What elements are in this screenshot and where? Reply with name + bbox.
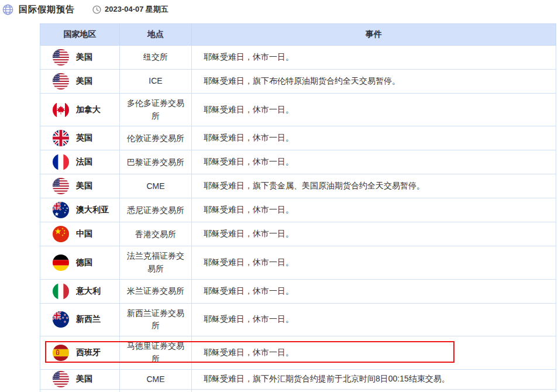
event-cell: 耶稣受难日，旗下布伦特原油期货合约全天交易暂停。 bbox=[192, 70, 556, 94]
holiday-table-wrap: 国家地区 地点 事件 美国纽交所耶稣受难日，休市一日。美国ICE耶稣受难日，旗下… bbox=[40, 23, 556, 392]
country-cell: 法国 bbox=[40, 390, 120, 392]
table-row: 意大利米兰证券交易所耶稣受难日，休市一日。 bbox=[40, 279, 556, 303]
country-cell: 美国 bbox=[40, 46, 120, 70]
country-name: 美国 bbox=[76, 52, 92, 63]
country-cell: 澳大利亚 bbox=[40, 198, 120, 222]
event-cell: 耶稣受难日，休市一日。 bbox=[192, 303, 556, 336]
date-text: 2023-04-07 星期五 bbox=[105, 4, 168, 15]
location-cell: 米兰证券交易所 bbox=[120, 279, 192, 303]
country-cell: 中国 bbox=[40, 222, 120, 246]
location-cell: 多伦多证券交易所 bbox=[120, 94, 192, 126]
table-row: 法国巴黎证券交易所耶稣受难日，休市一日。 bbox=[40, 390, 556, 392]
flag-icon-nz bbox=[53, 311, 69, 328]
event-cell: 耶稣受难日，休市一日。 bbox=[192, 390, 556, 392]
event-cell: 耶稣受难日，休市一日。 bbox=[192, 198, 556, 222]
flag-icon-it bbox=[53, 283, 69, 300]
location-cell: 悉尼证券交易所 bbox=[120, 198, 192, 222]
country-cell: 美国 bbox=[40, 174, 120, 198]
table-row: 西班牙马德里证券交易所耶稣受难日，休市一日。 bbox=[40, 336, 556, 369]
table-row: 澳大利亚悉尼证券交易所耶稣受难日，休市一日。 bbox=[40, 198, 556, 222]
country-cell: 新西兰 bbox=[40, 303, 120, 336]
table-header-row: 国家地区 地点 事件 bbox=[40, 24, 556, 46]
event-cell: 耶稣受难日，休市一日。 bbox=[192, 94, 556, 126]
flag-icon-us bbox=[53, 49, 69, 66]
country-name: 美国 bbox=[76, 181, 92, 191]
table-row: 德国法兰克福证券交易所耶稣受难日，休市一日。 bbox=[40, 246, 556, 279]
location-cell: 新西兰证券交易所 bbox=[120, 303, 192, 336]
table-row: 加拿大多伦多证券交易所耶稣受难日，休市一日。 bbox=[40, 94, 556, 126]
table-row: 英国伦敦证券交易所耶稣受难日，休市一日。 bbox=[40, 126, 556, 150]
table-row: 中国香港交易所耶稣受难日，休市一日。 bbox=[40, 222, 556, 246]
table-row: 美国ICE耶稣受难日，旗下布伦特原油期货合约全天交易暂停。 bbox=[40, 70, 556, 94]
location-cell: 香港交易所 bbox=[120, 222, 192, 246]
event-cell: 耶稣受难日，休市一日。 bbox=[192, 279, 556, 303]
event-cell: 耶稣受难日，休市一日。 bbox=[192, 46, 556, 70]
holiday-table: 国家地区 地点 事件 美国纽交所耶稣受难日，休市一日。美国ICE耶稣受难日，旗下… bbox=[40, 23, 556, 392]
globe-icon bbox=[2, 4, 13, 15]
country-name: 澳大利亚 bbox=[76, 205, 109, 215]
event-cell: 耶稣受难日，旗下外汇期货合约提前于北京时间8日00:15结束交易。 bbox=[192, 369, 556, 390]
country-cell: 法国 bbox=[40, 150, 120, 174]
location-cell: CME bbox=[120, 174, 192, 198]
location-cell: 巴黎证券交易所 bbox=[120, 150, 192, 174]
country-cell: 西班牙 bbox=[40, 336, 120, 369]
flag-icon-gb bbox=[53, 130, 69, 146]
country-cell: 意大利 bbox=[40, 279, 120, 303]
flag-icon-es bbox=[53, 345, 69, 361]
flag-icon-us bbox=[53, 73, 69, 90]
clock-icon bbox=[92, 5, 101, 14]
location-cell: 法兰克福证券交易所 bbox=[120, 246, 192, 279]
location-cell: 纽交所 bbox=[120, 46, 192, 70]
location-cell: ICE bbox=[120, 70, 192, 94]
page-header: 国际假期预告 2023-04-07 星期五 bbox=[2, 3, 168, 16]
flag-icon-cn bbox=[53, 226, 69, 242]
table-row: 新西兰新西兰证券交易所耶稣受难日，休市一日。 bbox=[40, 303, 556, 336]
location-cell: 马德里证券交易所 bbox=[120, 336, 192, 369]
country-name: 加拿大 bbox=[76, 105, 101, 115]
country-cell: 美国 bbox=[40, 369, 120, 390]
event-cell: 耶稣受难日，旗下贵金属、美国原油期货合约全天交易暂停。 bbox=[192, 174, 556, 198]
location-cell: 巴黎证券交易所 bbox=[120, 390, 192, 392]
country-cell: 德国 bbox=[40, 246, 120, 279]
flag-icon-au bbox=[53, 202, 69, 218]
flag-icon-us bbox=[53, 371, 69, 387]
event-cell: 耶稣受难日，休市一日。 bbox=[192, 150, 556, 174]
country-name: 西班牙 bbox=[76, 348, 101, 358]
table-row: 美国纽交所耶稣受难日，休市一日。 bbox=[40, 46, 556, 70]
country-cell: 加拿大 bbox=[40, 94, 120, 126]
country-name: 法国 bbox=[76, 157, 92, 167]
table-row: 美国CME耶稣受难日，旗下贵金属、美国原油期货合约全天交易暂停。 bbox=[40, 174, 556, 198]
location-cell: 伦敦证券交易所 bbox=[120, 126, 192, 150]
country-cell: 美国 bbox=[40, 70, 120, 94]
event-cell: 耶稣受难日，休市一日。 bbox=[192, 126, 556, 150]
flag-icon-ca bbox=[53, 102, 69, 118]
holiday-table-body: 美国纽交所耶稣受难日，休市一日。美国ICE耶稣受难日，旗下布伦特原油期货合约全天… bbox=[40, 46, 556, 392]
flag-icon-de bbox=[53, 255, 69, 271]
country-name: 美国 bbox=[76, 76, 92, 87]
flag-icon-fr bbox=[53, 154, 69, 170]
country-name: 英国 bbox=[76, 133, 92, 143]
event-cell: 耶稣受难日，休市一日。 bbox=[192, 222, 556, 246]
country-name: 德国 bbox=[76, 257, 92, 268]
column-header-event: 事件 bbox=[192, 24, 556, 46]
country-name: 中国 bbox=[76, 229, 92, 239]
country-cell: 英国 bbox=[40, 126, 120, 150]
column-header-country: 国家地区 bbox=[40, 24, 120, 46]
event-cell: 耶稣受难日，休市一日。 bbox=[192, 246, 556, 279]
location-cell: CME bbox=[120, 369, 192, 390]
column-header-location: 地点 bbox=[120, 24, 192, 46]
country-name: 新西兰 bbox=[76, 314, 101, 325]
country-name: 美国 bbox=[76, 374, 92, 384]
flag-icon-us bbox=[53, 178, 69, 194]
table-row: 法国巴黎证券交易所耶稣受难日，休市一日。 bbox=[40, 150, 556, 174]
country-name: 意大利 bbox=[76, 286, 101, 297]
table-row: 美国CME耶稣受难日，旗下外汇期货合约提前于北京时间8日00:15结束交易。 bbox=[40, 369, 556, 390]
event-cell: 耶稣受难日，休市一日。 bbox=[192, 336, 556, 369]
page: 国际假期预告 2023-04-07 星期五 国家地区 地点 事件 美国纽交所耶稣… bbox=[0, 0, 558, 392]
page-title: 国际假期预告 bbox=[19, 4, 75, 15]
